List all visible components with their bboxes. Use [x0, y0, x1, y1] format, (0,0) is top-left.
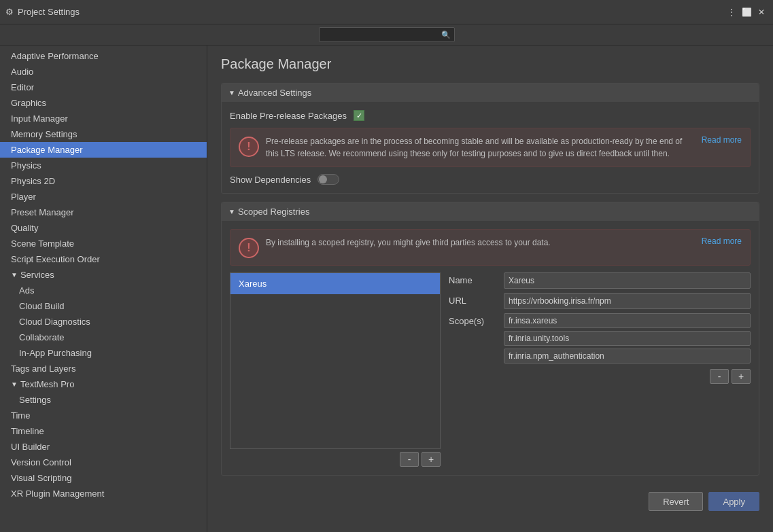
sidebar-item-collaborate[interactable]: Collaborate	[0, 330, 207, 345]
search-wrap: 🔍	[319, 27, 455, 42]
sidebar-group-textmesh-pro[interactable]: ▼ TextMesh Pro	[0, 376, 207, 392]
arrow-scoped-icon: ▼	[228, 208, 235, 215]
advanced-settings-section: ▼ Advanced Settings Enable Pre-release P…	[221, 83, 759, 194]
content-area: Package Manager ▼ Advanced Settings Enab…	[207, 46, 773, 532]
scoped-warning-text: By installing a scoped registry, you mig…	[266, 236, 695, 249]
action-buttons: Revert Apply	[221, 484, 759, 511]
sidebar-item-physics-2d[interactable]: Physics 2D	[0, 173, 207, 189]
fields-bottom-buttons: - +	[449, 369, 751, 384]
registries-layout: Xareus - + Name U	[230, 272, 751, 467]
sidebar-item-player[interactable]: Player	[0, 189, 207, 205]
scoped-registries-section: ▼ Scoped Registries ! By installing a sc…	[221, 202, 759, 476]
sidebar-item-version-control[interactable]: Version Control	[0, 455, 207, 470]
sidebar-item-time[interactable]: Time	[0, 408, 207, 423]
sidebar: Adaptive Performance Audio Editor Graphi…	[0, 46, 207, 532]
sidebar-item-editor[interactable]: Editor	[0, 79, 207, 95]
sidebar-item-memory-settings[interactable]: Memory Settings	[0, 126, 207, 142]
sidebar-item-ads[interactable]: Ads	[0, 283, 207, 298]
show-dependencies-toggle[interactable]	[317, 174, 339, 185]
sidebar-item-adaptive-performance[interactable]: Adaptive Performance	[0, 48, 207, 64]
fields-plus-button[interactable]: +	[732, 369, 751, 384]
url-field-label: URL	[449, 293, 500, 306]
sidebar-item-graphics[interactable]: Graphics	[0, 95, 207, 111]
sidebar-item-in-app-purchasing[interactable]: In-App Purchasing	[0, 345, 207, 361]
arrow-advanced-icon: ▼	[228, 89, 235, 96]
scope-field-row: Scope(s)	[449, 313, 751, 363]
advanced-settings-title: Advanced Settings	[238, 88, 311, 98]
sidebar-item-cloud-build[interactable]: Cloud Build	[0, 298, 207, 314]
list-minus-button[interactable]: -	[400, 452, 419, 467]
advanced-read-more-link[interactable]: Read more	[702, 135, 742, 145]
scoped-warning-icon: !	[239, 238, 259, 258]
close-button[interactable]: ✕	[755, 6, 768, 18]
main-layout: Adaptive Performance Audio Editor Graphi…	[0, 46, 773, 532]
sidebar-group-textmesh-label: TextMesh Pro	[20, 379, 74, 389]
toggle-thumb	[319, 175, 327, 183]
scope-field-input-2[interactable]	[504, 349, 751, 363]
scoped-registries-header: ▼ Scoped Registries	[222, 202, 759, 221]
sidebar-item-quality[interactable]: Quality	[0, 220, 207, 236]
scoped-registries-title: Scoped Registries	[238, 207, 310, 217]
scoped-read-more-link[interactable]: Read more	[702, 236, 742, 246]
search-icon: 🔍	[441, 31, 451, 39]
fields-minus-button[interactable]: -	[710, 369, 729, 384]
apply-button[interactable]: Apply	[708, 492, 759, 511]
show-dependencies-label: Show Dependencies	[230, 175, 311, 185]
sidebar-item-textmesh-settings[interactable]: Settings	[0, 392, 207, 408]
window-title: Project Settings	[18, 7, 80, 17]
sidebar-item-cloud-diagnostics[interactable]: Cloud Diagnostics	[0, 314, 207, 330]
search-bar: 🔍	[0, 24, 773, 46]
warning-icon: !	[239, 137, 259, 157]
sidebar-item-preset-manager[interactable]: Preset Manager	[0, 205, 207, 220]
registry-list-container: Xareus - +	[230, 272, 441, 467]
name-field-input[interactable]	[504, 272, 751, 289]
scope-field-label: Scope(s)	[449, 313, 500, 326]
list-bottom-buttons: - +	[230, 452, 441, 467]
enable-prerelease-row: Enable Pre-release Packages	[230, 110, 751, 121]
gear-icon: ⚙	[5, 7, 14, 17]
sidebar-group-services[interactable]: ▼ Services	[0, 267, 207, 283]
sidebar-item-package-manager[interactable]: Package Manager	[0, 142, 207, 158]
sidebar-item-audio[interactable]: Audio	[0, 64, 207, 79]
registry-fields: Name URL Scope(s)	[441, 272, 751, 467]
sidebar-item-script-execution-order[interactable]: Script Execution Order	[0, 251, 207, 267]
sidebar-item-ui-builder[interactable]: UI Builder	[0, 439, 207, 455]
name-field-row: Name	[449, 272, 751, 289]
scoped-warning-box: ! By installing a scoped registry, you m…	[230, 229, 751, 266]
sidebar-item-timeline[interactable]: Timeline	[0, 423, 207, 439]
prerelease-warning-text: Pre-release packages are in the process …	[266, 135, 695, 160]
scoped-registries-body: ! By installing a scoped registry, you m…	[222, 221, 759, 475]
page-title: Package Manager	[221, 56, 759, 72]
name-field-label: Name	[449, 272, 500, 285]
revert-button[interactable]: Revert	[649, 492, 703, 511]
prerelease-warning-box: ! Pre-release packages are in the proces…	[230, 128, 751, 167]
sidebar-group-services-label: Services	[20, 270, 54, 280]
registry-item-xareus[interactable]: Xareus	[230, 273, 440, 294]
show-dependencies-row: Show Dependencies	[230, 174, 751, 185]
sidebar-item-visual-scripting[interactable]: Visual Scripting	[0, 470, 207, 486]
title-bar: ⚙ Project Settings ⋮ ⬜ ✕	[0, 0, 773, 24]
registry-list: Xareus	[230, 272, 441, 449]
title-bar-left: ⚙ Project Settings	[5, 7, 80, 17]
scope-fields-list	[504, 313, 751, 363]
scope-field-input-0[interactable]	[504, 313, 751, 328]
arrow-textmesh-icon: ▼	[11, 380, 18, 388]
more-button[interactable]: ⋮	[725, 6, 738, 18]
sidebar-item-input-manager[interactable]: Input Manager	[0, 111, 207, 126]
url-field-row: URL	[449, 293, 751, 309]
title-bar-controls: ⋮ ⬜ ✕	[725, 6, 768, 18]
advanced-settings-header: ▼ Advanced Settings	[222, 84, 759, 102]
sidebar-item-scene-template[interactable]: Scene Template	[0, 236, 207, 251]
restore-button[interactable]: ⬜	[740, 6, 753, 18]
sidebar-item-xr-plugin-management[interactable]: XR Plugin Management	[0, 486, 207, 501]
scope-field-input-1[interactable]	[504, 331, 751, 346]
advanced-settings-body: Enable Pre-release Packages ! Pre-releas…	[222, 102, 759, 193]
list-plus-button[interactable]: +	[422, 452, 441, 467]
sidebar-item-tags-and-layers[interactable]: Tags and Layers	[0, 361, 207, 376]
enable-prerelease-label: Enable Pre-release Packages	[230, 111, 347, 121]
sidebar-item-physics[interactable]: Physics	[0, 158, 207, 173]
enable-prerelease-checkbox[interactable]	[354, 110, 364, 121]
arrow-services-icon: ▼	[11, 271, 18, 279]
search-input[interactable]	[319, 27, 455, 42]
url-field-input[interactable]	[504, 293, 751, 309]
